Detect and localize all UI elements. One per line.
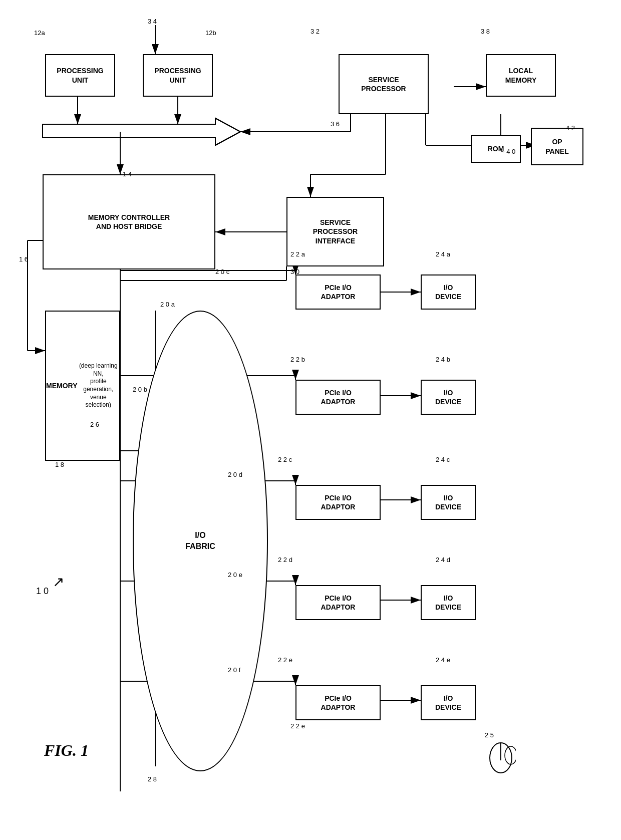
service-processor-box: SERVICEPROCESSOR — [339, 54, 429, 114]
ref-22e: 2 2 e — [278, 656, 292, 664]
pcie-adaptor-c-box: PCIe I/OADAPTOR — [295, 485, 381, 520]
mouse-icon — [486, 735, 516, 775]
ref-20c: 2 0 c — [215, 268, 229, 275]
ref-22a: 2 2 a — [290, 250, 305, 258]
ref-32: 3 2 — [310, 28, 320, 35]
ref-34: 3 4 — [148, 18, 157, 25]
ref-20a: 2 0 a — [160, 301, 175, 308]
fig-label: FIG. 1 — [44, 741, 89, 760]
bus-arrow — [43, 118, 240, 145]
io-device-d-box: I/ODEVICE — [421, 585, 476, 620]
ref-10-arrow: ↗ — [53, 574, 64, 590]
io-device-e-box: I/ODEVICE — [421, 685, 476, 720]
ref-10: 1 0 — [36, 586, 49, 597]
svg-point-47 — [505, 746, 516, 764]
diagram-container: 12a PROCESSINGUNIT 3 4 12b PROCESSINGUNI… — [0, 0, 621, 840]
ref-22c: 2 2 c — [278, 456, 292, 463]
ref-20f: 2 0 f — [228, 666, 240, 674]
ref-20e: 2 0 e — [228, 571, 242, 579]
io-fabric-ellipse: I/OFABRIC — [133, 311, 268, 771]
io-device-c-box: I/ODEVICE — [421, 485, 476, 520]
ref-16: 1 6 — [19, 255, 28, 263]
op-panel-box: OPPANEL — [531, 128, 583, 165]
ref-18: 1 8 — [55, 461, 64, 468]
ref-12a: 12a — [34, 29, 45, 37]
io-device-b-box: I/ODEVICE — [421, 380, 476, 415]
pcie-adaptor-d-box: PCIe I/OADAPTOR — [295, 585, 381, 620]
memory-box: MEMORY (deep learning NN,profile generat… — [45, 311, 120, 461]
ref-14: 1 4 — [123, 170, 132, 178]
ref-24d: 2 4 d — [436, 556, 450, 564]
ref-42: 4 2 — [566, 124, 575, 132]
ref-24e: 2 4 e — [436, 656, 450, 664]
ref-24a: 2 4 a — [436, 250, 450, 258]
ref-36: 3 6 — [331, 120, 340, 128]
pcie-adaptor-b-box: PCIe I/OADAPTOR — [295, 380, 381, 415]
ref-12b: 12b — [205, 29, 216, 37]
local-memory-box: LOCALMEMORY — [486, 54, 556, 97]
ref-20d: 2 0 d — [228, 471, 242, 478]
ref-22d: 2 2 d — [278, 556, 292, 564]
pcie-adaptor-e-box: PCIe I/OADAPTOR — [295, 685, 381, 720]
ref-22e-bottom: 2 2 e — [290, 722, 305, 730]
ref-24b: 2 4 b — [436, 356, 450, 363]
ref-22b: 2 2 b — [290, 356, 305, 363]
ref-28: 2 8 — [148, 775, 157, 783]
svg-marker-5 — [43, 118, 240, 145]
svg-marker-4 — [43, 118, 240, 145]
processing-unit-a-box: PROCESSINGUNIT — [45, 54, 115, 97]
ref-24c: 2 4 c — [436, 456, 450, 463]
memory-controller-box: MEMORY CONTROLLERAND HOST BRIDGE — [43, 174, 215, 269]
ref-40: ~ 4 0 — [501, 148, 515, 155]
ref-38: 3 8 — [481, 28, 490, 35]
ref-26: 2 6 — [90, 421, 99, 428]
processing-unit-b-box: PROCESSINGUNIT — [143, 54, 213, 97]
pcie-adaptor-a-box: PCIe I/OADAPTOR — [295, 274, 381, 310]
ref-20b: 2 0 b — [133, 386, 147, 393]
io-device-a-box: I/ODEVICE — [421, 274, 476, 310]
